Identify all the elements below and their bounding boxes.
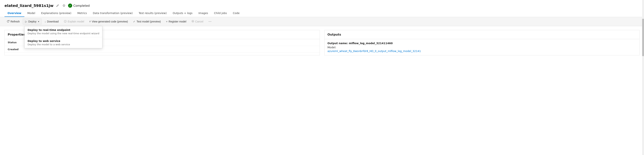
page-header: elated_lizard_5981s1jw ✓ Completed [0,0,644,10]
explain-model-icon [64,20,66,23]
tab-overview[interactable]: Overview [4,10,24,17]
tab-code[interactable]: Code [230,10,242,17]
page-title: elated_lizard_5981s1jw [4,3,54,8]
tab-outputs-logs[interactable]: Outputs + logs [170,10,195,17]
created-field-label: Created [8,48,26,51]
refresh-button[interactable]: Refresh [4,19,22,24]
scrollbar-track[interactable] [642,0,644,59]
edit-icon [56,4,59,7]
test-model-label: Test model (preview) [136,20,161,23]
test-model-button[interactable]: ✓ Test model (preview) [131,19,163,24]
view-generated-code-button[interactable]: # View generated code (preview) [87,19,130,24]
output-content: Output name: mlflow_log_model_321411460 … [324,39,640,55]
tab-test-results[interactable]: Test results (preview) [136,10,170,17]
svg-point-1 [65,21,66,21]
download-label: Download [47,20,59,23]
status-field-label: Status [8,41,26,44]
status-badge: ✓ Completed [68,3,90,8]
tab-metrics[interactable]: Metrics [74,10,90,17]
output-name-label: Output name: mlflow_log_model_321411460 [328,42,636,45]
status-completed-icon: ✓ [68,3,72,8]
test-model-icon: ✓ [133,20,135,23]
deploy-webservice-title: Deploy to web service [28,39,99,42]
register-model-button[interactable]: + Register model [164,19,188,24]
tab-child-jobs[interactable]: Child jobs [211,10,230,17]
output-model-link[interactable]: azureml_wheat_fly_6wsnbrfdr8_HD_0_output… [328,50,421,53]
cancel-label: Cancel [195,20,204,23]
toolbar: Refresh ▷ Deploy ▾ ↓ Download Explain mo… [0,17,644,26]
view-code-icon: # [90,20,91,23]
deploy-web-service-item[interactable]: Deploy to web service Deploy the model t… [24,37,102,48]
more-options-icon: ··· [208,20,212,23]
deploy-label: Deploy [28,20,36,23]
deploy-icon: ▷ [25,20,27,23]
outputs-header: Outputs [324,30,640,39]
star-icon-button[interactable] [62,3,66,8]
deploy-webservice-desc: Deploy the model to a web service [28,43,99,46]
refresh-icon [7,20,9,23]
download-button[interactable]: ↓ Download [42,19,61,24]
scrollbar-thumb[interactable] [642,19,644,56]
view-generated-code-label: View generated code (preview) [92,20,128,23]
tabs-nav: Overview Model Explanations (preview) Me… [0,10,644,17]
tab-explanations[interactable]: Explanations (preview) [38,10,74,17]
register-model-icon: + [166,20,168,23]
refresh-label: Refresh [10,20,20,23]
explain-model-label: Explain model [68,20,84,23]
tab-images[interactable]: Images [195,10,211,17]
edit-icon-button[interactable] [55,3,60,8]
deploy-realtime-title: Deploy to real-time endpoint [28,28,99,31]
tab-model[interactable]: Model [24,10,38,17]
deploy-chevron-icon: ▾ [38,20,39,23]
deploy-button[interactable]: ▷ Deploy ▾ [23,18,42,24]
deploy-realtime-endpoint-item[interactable]: Deploy to real-time endpoint Deploy the … [24,26,102,37]
tab-data-transformation[interactable]: Data transformation (preview) [90,10,136,17]
deploy-realtime-desc: Deploy the model using the new real-time… [28,32,99,35]
outputs-panel: Outputs Output name: mlflow_log_model_32… [324,30,640,55]
cancel-button[interactable]: Cancel [189,19,206,24]
star-icon [62,4,66,7]
deploy-dropdown: Deploy to real-time endpoint Deploy the … [24,26,102,48]
status-label: Completed [73,4,90,7]
download-icon: ↓ [44,20,46,23]
output-model-label: Model: [328,46,636,49]
explain-model-button[interactable]: Explain model [62,19,86,24]
more-options-button[interactable]: ··· [206,18,214,24]
cancel-icon [192,20,194,23]
register-model-label: Register model [169,20,186,23]
